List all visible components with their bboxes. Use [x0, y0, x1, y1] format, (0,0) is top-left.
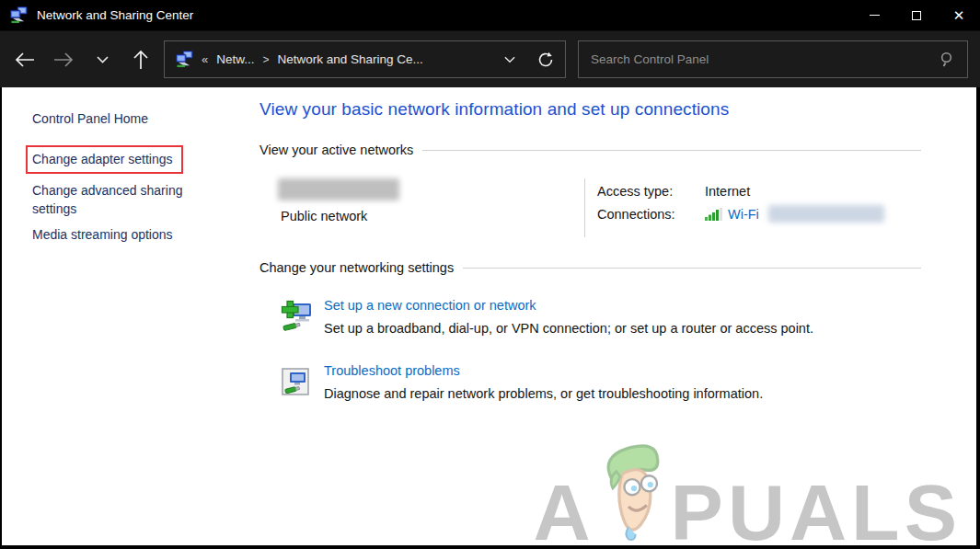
search-input[interactable] — [591, 52, 940, 66]
networking-settings-section-title: Change your networking settings — [259, 260, 454, 275]
task-troubleshoot-problems: Troubleshoot problems Diagnose and repai… — [281, 363, 921, 402]
breadcrumb-overflow-chevrons[interactable]: « — [202, 52, 208, 66]
refresh-button[interactable] — [537, 51, 554, 68]
titlebar: Network and Sharing Center ✕ — [0, 0, 980, 30]
sidebar-item-change-adapter-settings[interactable]: Change adapter settings — [32, 152, 173, 166]
window-controls: ✕ — [853, 0, 980, 30]
main-panel: View your basic network information and … — [258, 87, 976, 545]
back-arrow-icon — [15, 52, 35, 67]
address-dropdown-button[interactable] — [504, 56, 515, 63]
search-icon[interactable] — [940, 51, 955, 67]
forward-arrow-icon — [53, 52, 74, 67]
task-setup-new-connection: Set up a new connection or network Set u… — [281, 298, 921, 337]
network-type-label: Public network — [281, 209, 584, 223]
address-bar[interactable]: « Netw... > Network and Sharing Ce... — [164, 40, 566, 78]
setup-connection-link[interactable]: Set up a new connection or network — [324, 298, 813, 313]
task-text: Set up a new connection or network Set u… — [324, 298, 813, 337]
troubleshoot-description: Diagnose and repair network problems, or… — [324, 386, 763, 401]
recent-pages-dropdown[interactable] — [83, 40, 121, 79]
access-type-value: Internet — [705, 184, 750, 199]
content-area: Control Panel Home Change adapter settin… — [0, 87, 980, 549]
access-type-row: Access type: Internet — [597, 179, 884, 202]
network-sharing-center-window: Network and Sharing Center ✕ — [0, 0, 980, 549]
sidebar-item-change-advanced-sharing-settings[interactable]: Change advanced sharing settings — [32, 181, 202, 218]
network-location-icon — [176, 51, 193, 68]
maximize-icon — [912, 11, 921, 20]
network-name-redacted — [278, 178, 399, 200]
breadcrumb-parent[interactable]: Netw... — [216, 52, 254, 66]
annotation-highlight-box: Change adapter settings — [26, 145, 183, 174]
forward-button[interactable] — [44, 40, 83, 79]
active-network-details: Access type: Internet Connections: — [597, 178, 884, 237]
active-networks-section-title: View your active networks — [259, 143, 413, 157]
chevron-down-icon — [97, 56, 109, 63]
section-divider — [422, 150, 921, 151]
refresh-icon — [537, 51, 554, 68]
active-networks-section-header: View your active networks — [259, 143, 921, 157]
new-connection-icon — [281, 298, 314, 337]
sidebar-item-control-panel-home[interactable]: Control Panel Home — [32, 111, 258, 126]
window-title: Network and Sharing Center — [37, 8, 193, 22]
connections-row: Connections: Wi-Fi — [597, 202, 884, 225]
breadcrumb-current[interactable]: Network and Sharing Ce... — [278, 52, 423, 66]
networking-settings-section-header: Change your networking settings — [259, 260, 921, 275]
sidebar: Control Panel Home Change adapter settin… — [2, 87, 258, 545]
sidebar-item-change-adapter-settings-highlight: Change adapter settings — [32, 145, 258, 174]
maximize-button[interactable] — [895, 0, 938, 30]
minimize-icon — [870, 15, 880, 16]
network-app-icon — [10, 6, 28, 24]
vertical-divider — [584, 178, 585, 237]
task-text: Troubleshoot problems Diagnose and repai… — [324, 363, 763, 402]
minimize-button[interactable] — [853, 0, 895, 30]
chevron-down-icon — [504, 56, 515, 63]
troubleshoot-problems-link[interactable]: Troubleshoot problems — [324, 363, 763, 378]
page-title: View your basic network information and … — [259, 99, 921, 120]
up-arrow-icon — [133, 50, 148, 70]
setup-connection-description: Set up a broadband, dial-up, or VPN conn… — [324, 321, 813, 336]
wifi-connection-link[interactable]: Wi-Fi — [728, 207, 759, 222]
active-network-panel: Public network Access type: Internet Con… — [259, 178, 921, 237]
access-type-label: Access type: — [597, 184, 705, 199]
close-button[interactable]: ✕ — [938, 0, 980, 30]
section-divider — [463, 268, 921, 269]
connections-label: Connections: — [597, 207, 705, 222]
sidebar-item-media-streaming-options[interactable]: Media streaming options — [32, 227, 258, 242]
active-network-identity: Public network — [259, 178, 584, 237]
troubleshoot-icon — [281, 363, 314, 402]
breadcrumb-separator: > — [263, 53, 270, 66]
search-box[interactable] — [578, 40, 968, 78]
back-button[interactable] — [6, 40, 44, 79]
close-icon: ✕ — [953, 8, 965, 22]
navigation-bar: « Netw... > Network and Sharing Ce... — [0, 30, 980, 87]
up-button[interactable] — [121, 40, 160, 79]
wifi-signal-icon — [705, 208, 722, 221]
wifi-name-redacted — [768, 205, 884, 223]
